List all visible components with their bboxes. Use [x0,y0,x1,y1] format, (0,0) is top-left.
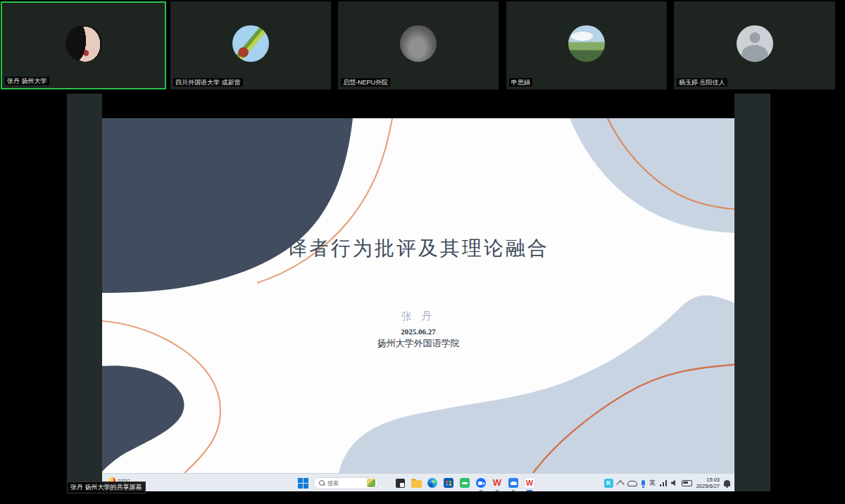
wps-office-button[interactable]: W [492,477,503,489]
search-icon [319,480,325,486]
active-app-indicator [527,490,533,491]
share-backdrop-right [734,94,770,491]
search-highlight-image [367,479,375,487]
network-icon[interactable] [660,480,667,486]
taskbar-clock[interactable]: 15:03 2025/6/27 [696,477,720,489]
participant-tile-1[interactable]: 张丹 扬州大学 [1,1,166,89]
participant-tile-4[interactable]: 申思娟 [506,1,667,89]
task-view-icon [396,479,405,488]
participant-3-avatar [400,25,437,61]
edge-icon [427,478,437,488]
store-icon [444,478,453,488]
hidden-icons-chevron-icon[interactable] [616,480,624,488]
clock-date: 2025/6/27 [696,483,720,489]
microsoft-store-button[interactable] [443,477,454,489]
meeting-app-window: 张丹 扬州大学 四川外国语大学 成新雷 启慧-NEPU外院 申思娟 杨玉婷 岳阳… [0,0,845,504]
running-indicator [496,490,499,491]
tencent-meeting-button[interactable] [475,477,487,489]
share-backdrop-left [67,94,102,491]
battery-icon[interactable] [682,480,692,486]
slide-date: 2025.06.27 [102,327,734,336]
taskbar-center: 搜索 W W [298,474,535,492]
notification-bell-icon[interactable] [724,480,730,486]
green-app-button[interactable] [459,477,470,489]
participant-1-name: 张丹 扬州大学 [5,77,49,85]
running-indicator [512,490,515,491]
participant-2-avatar [232,25,269,61]
ime-language-indicator[interactable]: 英 [649,479,656,487]
share-status-label: 张丹 扬州大学的共享屏幕 [67,481,146,493]
participant-4-name: 申思娟 [509,78,532,87]
running-indicator [480,490,483,491]
video-strip: 张丹 扬州大学 四川外国语大学 成新雷 启慧-NEPU外院 申思娟 杨玉婷 岳阳… [0,0,845,92]
system-tray: K 英 15:03 2025/6/27 [604,474,730,492]
kingsoft-docs-tray-icon[interactable]: K [604,479,613,488]
start-button-icon[interactable] [298,478,308,489]
slide-presenter: 张 丹 [102,310,734,323]
participant-tile-5[interactable]: 杨玉婷 岳阳佳人 [674,1,835,89]
video-camera-icon [476,478,486,488]
participant-3-name: 启慧-NEPU外院 [341,78,390,87]
search-placeholder: 搜索 [327,479,364,487]
file-explorer-button[interactable] [411,477,422,489]
participant-2-name: 四川外国语大学 成新雷 [173,78,243,87]
edge-button[interactable] [427,477,438,489]
slide-institution: 扬州大学外国语学院 [102,337,734,350]
taskbar-search-input[interactable]: 搜索 [313,477,378,489]
slide-decorative-shapes [102,118,734,473]
presentation-slide: 译者行为批评及其理论融合 张 丹 2025.06.27 扬州大学外国语学院 [102,118,734,473]
green-app-icon [460,478,470,488]
wps-w-icon: W [524,477,535,489]
participant-1-avatar [65,25,102,61]
cloud-icon [508,478,518,488]
participant-4-avatar [568,25,605,61]
participant-tile-2[interactable]: 四川外国语大学 成新雷 [170,1,331,89]
cloud-docs-button[interactable] [508,477,519,489]
cloud-sync-icon[interactable] [627,481,637,486]
microphone-icon[interactable] [641,480,645,486]
wps-w-icon: W [493,477,501,489]
participant-5-name: 杨玉婷 岳阳佳人 [677,78,727,87]
volume-icon[interactable] [671,480,677,486]
slide-title: 译者行为批评及其理论融合 [102,235,734,262]
folder-icon [411,480,422,488]
clock-time: 15:03 [706,477,720,483]
windows-taskbar: 27°C 搜索 W W K 英 [102,473,734,491]
default-person-avatar-icon [737,25,773,61]
participant-tile-3[interactable]: 启慧-NEPU外院 [338,1,499,89]
wps-presentation-button[interactable]: W [524,477,535,489]
task-view-button[interactable] [394,477,406,489]
